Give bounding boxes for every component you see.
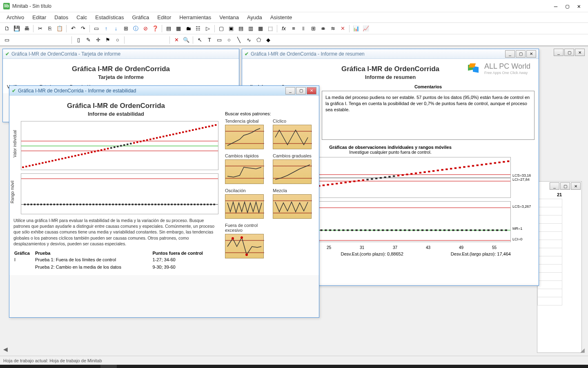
circle-tool-icon[interactable]: ○: [113, 36, 122, 45]
win2-close[interactable]: ✕: [307, 87, 316, 94]
zoom-icon[interactable]: 🔍: [182, 36, 191, 45]
fx-icon[interactable]: fx: [279, 24, 288, 33]
menu-estadisticas[interactable]: Estadísticas: [91, 13, 128, 22]
menu-asistente[interactable]: Asistente: [266, 13, 296, 22]
menu-ventana[interactable]: Ventana: [215, 13, 243, 22]
window-stability[interactable]: ✔ Gráfica I-MR de OrdenCorrida - Informe…: [9, 85, 319, 318]
explorer-icon[interactable]: 🗀: [68, 365, 84, 368]
menu-ayuda[interactable]: Ayuda: [243, 13, 266, 22]
new-icon[interactable]: 🗋: [2, 24, 11, 33]
worksheet-icon[interactable]: ▦: [174, 24, 183, 33]
save-icon[interactable]: 💾: [12, 24, 21, 33]
chrome-icon[interactable]: [84, 365, 100, 368]
text-icon[interactable]: T: [205, 36, 214, 45]
tool-b-icon[interactable]: ▣: [227, 24, 236, 33]
tray-wifi-icon[interactable]: ⟊: [493, 365, 509, 368]
menu-editor[interactable]: Editor: [153, 13, 175, 22]
win2-min[interactable]: _: [285, 87, 295, 94]
line-icon[interactable]: ╲: [234, 36, 243, 45]
print-icon[interactable]: 🖶: [22, 24, 31, 33]
paste-icon[interactable]: 📋: [55, 24, 64, 33]
svg-rect-52: [450, 168, 452, 170]
info-icon[interactable]: ⓘ: [131, 24, 140, 33]
svg-rect-136: [38, 163, 40, 164]
stat-f-icon[interactable]: ✕: [338, 24, 347, 33]
minitab-task-icon[interactable]: [100, 365, 117, 368]
last-dialog-icon[interactable]: ⊞: [121, 24, 130, 33]
tray-battery-icon[interactable]: ▱: [477, 365, 493, 368]
win2-max[interactable]: ▢: [296, 87, 306, 94]
svg-rect-85: [320, 229, 322, 231]
edge-icon[interactable]: e: [51, 365, 68, 368]
chart-a-icon[interactable]: 📊: [352, 24, 361, 33]
chart-b-icon[interactable]: 📈: [361, 24, 370, 33]
tool-c-icon[interactable]: ▤: [236, 24, 245, 33]
close-button[interactable]: ✕: [577, 3, 581, 9]
flag-icon[interactable]: ⚑: [103, 36, 112, 45]
worksheet-window[interactable]: _ ▢ ✕ 21: [537, 181, 582, 353]
svg-rect-201: [50, 204, 52, 205]
ws-max[interactable]: ▢: [560, 182, 570, 190]
tray-volume-icon[interactable]: 🔊: [509, 365, 526, 368]
svg-rect-209: [76, 204, 78, 205]
minimize-button[interactable]: —: [554, 3, 557, 9]
pointer-icon[interactable]: ▯: [74, 36, 83, 45]
search-icon[interactable]: ⌕: [19, 365, 35, 368]
session-icon[interactable]: ▤: [164, 24, 173, 33]
start-button[interactable]: ⊞: [2, 365, 19, 368]
svg-rect-163: [127, 144, 128, 145]
help-icon[interactable]: ❓: [151, 24, 160, 33]
mdi-bg-min[interactable]: _: [554, 49, 564, 56]
arrow-down-icon[interactable]: ↓: [111, 24, 120, 33]
menu-calc[interactable]: Calc: [72, 13, 91, 22]
ws-min[interactable]: _: [550, 182, 559, 190]
menu-archivo[interactable]: Archivo: [2, 13, 28, 22]
menu-editar[interactable]: Editar: [28, 13, 50, 22]
arrow-up-icon[interactable]: ↑: [102, 24, 111, 33]
stat-a-icon[interactable]: ≡: [289, 24, 298, 33]
project-icon[interactable]: 🖿: [184, 24, 193, 33]
tool-e-icon[interactable]: ▦: [256, 24, 265, 33]
notifications-icon[interactable]: ▢: [572, 365, 588, 368]
marker-icon[interactable]: ◆: [264, 36, 273, 45]
play-icon[interactable]: ▷: [203, 24, 212, 33]
mdi-bg-max[interactable]: ▢: [564, 49, 574, 56]
tray-up-icon[interactable]: ˄: [460, 365, 477, 368]
cursor-icon[interactable]: ↖: [195, 36, 204, 45]
tool-d-icon[interactable]: ▥: [246, 24, 255, 33]
win1-title: Gráfica I-MR de OrdenCorrida - Tarjeta d…: [11, 51, 236, 57]
svg-rect-119: [470, 229, 472, 231]
nav-icon[interactable]: ▭: [92, 24, 101, 33]
tool-f-icon[interactable]: ⬚: [266, 24, 275, 33]
cancel-icon[interactable]: ⊘: [141, 24, 150, 33]
win3-close[interactable]: ✕: [526, 50, 536, 58]
menu-grafica[interactable]: Gráfica: [128, 13, 153, 22]
cut-icon[interactable]: ✂: [36, 24, 45, 33]
win3-min[interactable]: _: [505, 50, 515, 58]
mdi-bg-close[interactable]: ✕: [575, 49, 585, 56]
select-icon[interactable]: ▭: [2, 36, 11, 45]
win3-max[interactable]: ▢: [516, 50, 526, 58]
rect-icon[interactable]: ▭: [215, 36, 224, 45]
stat-e-icon[interactable]: ≋: [328, 24, 337, 33]
ws-close[interactable]: ✕: [571, 182, 581, 190]
polygon-icon[interactable]: ⬠: [254, 36, 263, 45]
delete-icon[interactable]: ✕: [172, 36, 181, 45]
polyline-icon[interactable]: ∿: [244, 36, 253, 45]
crosshair-icon[interactable]: ✛: [94, 36, 102, 45]
menu-herramientas[interactable]: Herramientas: [175, 13, 215, 22]
stat-c-icon[interactable]: ⊞: [309, 24, 318, 33]
redo-icon[interactable]: ↷: [78, 24, 87, 33]
copy-icon[interactable]: ⎘: [45, 24, 54, 33]
menu-datos[interactable]: Datos: [50, 13, 72, 22]
oval-icon[interactable]: ○: [225, 36, 234, 45]
tool-a-icon[interactable]: ▢: [217, 24, 226, 33]
stat-d-icon[interactable]: ⩩: [318, 24, 327, 33]
graph-icon[interactable]: ☷: [194, 24, 203, 33]
taskview-icon[interactable]: ▭: [35, 365, 51, 368]
svg-rect-154: [97, 150, 99, 152]
maximize-button[interactable]: ▢: [566, 3, 569, 9]
undo-icon[interactable]: ↶: [69, 24, 78, 33]
stat-b-icon[interactable]: ⫴: [299, 24, 308, 33]
brush-icon[interactable]: ✎: [84, 36, 93, 45]
